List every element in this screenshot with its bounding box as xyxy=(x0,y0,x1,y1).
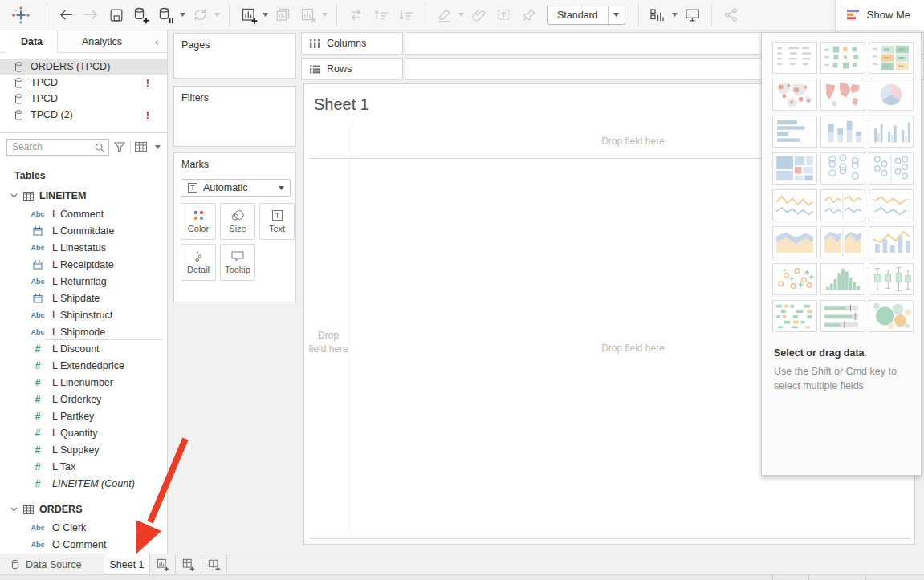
chart-type-treemap[interactable] xyxy=(772,152,817,185)
field-item[interactable]: AbcL Linestatus xyxy=(0,239,167,256)
field-item[interactable]: #L Linenumber xyxy=(0,374,167,391)
search-input[interactable] xyxy=(7,141,91,152)
redo-button[interactable] xyxy=(80,4,102,26)
chart-type-horizontal-bars[interactable] xyxy=(772,116,817,148)
new-datasource-button[interactable] xyxy=(130,4,152,26)
chart-type-bullet-graph[interactable] xyxy=(820,300,865,332)
field-item[interactable]: #LINEITEM (Count) xyxy=(0,475,167,492)
presentation-mode-button[interactable] xyxy=(682,4,703,26)
show-cards-caret[interactable] xyxy=(670,4,679,26)
field-item[interactable]: AbcL Shipmode xyxy=(0,323,167,340)
clear-sheet-button[interactable] xyxy=(297,4,319,26)
new-worksheet-tab-button[interactable] xyxy=(150,554,176,574)
number-field-icon: # xyxy=(29,428,47,439)
drop-zone-rows[interactable]: Drop field here xyxy=(308,329,348,356)
clear-sheet-caret[interactable] xyxy=(320,4,329,26)
chart-type-pie-chart[interactable] xyxy=(869,79,914,111)
new-story-button[interactable] xyxy=(201,554,227,574)
field-item[interactable]: #L Orderkey xyxy=(0,391,167,408)
field-item[interactable]: AbcO Clerk xyxy=(0,519,167,536)
mark-type-select[interactable]: Automatic xyxy=(181,179,291,197)
field-item[interactable]: L Commitdate xyxy=(0,222,167,239)
field-item[interactable]: #L Suppkey xyxy=(0,441,167,458)
chart-type-stacked-bars[interactable] xyxy=(820,116,865,148)
filters-shelf[interactable]: Filters xyxy=(173,86,296,147)
new-dashboard-button[interactable] xyxy=(176,554,201,574)
save-button[interactable] xyxy=(105,4,127,26)
pages-shelf[interactable]: Pages xyxy=(173,33,296,79)
chart-type-symbol-map[interactable] xyxy=(772,79,817,111)
detail-button[interactable]: Detail xyxy=(181,244,216,281)
sort-descending-button[interactable] xyxy=(395,4,417,26)
new-worksheet-button[interactable] xyxy=(238,4,259,26)
field-item[interactable]: AbcL Comment xyxy=(0,205,167,222)
tab-sheet1[interactable]: Sheet 1 xyxy=(104,554,150,574)
collapse-pane-button[interactable]: ‹ xyxy=(146,30,167,53)
show-me-button[interactable]: Show Me xyxy=(835,0,924,30)
duplicate-button[interactable] xyxy=(272,4,294,26)
datasource-item[interactable]: ORDERS (TPCD) xyxy=(0,59,167,75)
field-item[interactable]: #L Discount xyxy=(0,340,167,357)
field-item[interactable]: L Shipdate xyxy=(0,290,167,306)
refresh-caret[interactable] xyxy=(213,4,222,26)
chart-type-circle-views[interactable] xyxy=(820,152,865,185)
datasource-item[interactable]: TPCD xyxy=(0,91,167,107)
tableau-logo-icon xyxy=(6,6,35,25)
chart-type-continuous-lines[interactable] xyxy=(772,189,817,221)
chart-type-side-by-side-circles[interactable] xyxy=(869,152,914,185)
show-cards-button[interactable] xyxy=(647,4,669,26)
tooltip-button[interactable]: Tooltip xyxy=(220,244,255,281)
tab-analytics[interactable]: Analytics xyxy=(58,30,146,53)
chart-type-heat-map[interactable] xyxy=(820,42,865,74)
color-button[interactable]: Color xyxy=(181,203,216,240)
field-item[interactable]: L Receiptdate xyxy=(0,256,167,273)
pause-updates-button[interactable] xyxy=(155,4,177,26)
pause-updates-caret[interactable] xyxy=(178,4,187,26)
field-item[interactable]: #L Partkey xyxy=(0,408,167,424)
chart-type-gantt[interactable] xyxy=(772,300,817,332)
chart-type-dual-lines[interactable] xyxy=(869,189,914,221)
chart-type-side-by-side-bars[interactable] xyxy=(869,116,914,148)
chart-type-packed-bubbles[interactable] xyxy=(869,300,914,332)
chart-type-discrete-area[interactable] xyxy=(820,226,865,258)
text-button[interactable]: Text xyxy=(259,203,295,240)
chart-type-continuous-area[interactable] xyxy=(772,226,817,258)
new-worksheet-caret[interactable] xyxy=(261,4,270,26)
view-as-caret-icon[interactable] xyxy=(151,139,164,155)
view-as-icon[interactable] xyxy=(135,139,148,155)
table-group-header[interactable]: LINEITEM xyxy=(0,186,167,205)
group-members-button[interactable] xyxy=(468,4,490,26)
size-button[interactable]: Size xyxy=(220,203,255,240)
undo-button[interactable] xyxy=(55,4,77,26)
chart-type-scatter-plot[interactable] xyxy=(772,263,817,295)
chart-type-histogram[interactable] xyxy=(820,263,865,295)
field-item[interactable]: AbcO Comment xyxy=(0,536,167,553)
refresh-button[interactable] xyxy=(189,4,211,26)
field-item[interactable]: AbcL Returnflag xyxy=(0,273,167,290)
field-item[interactable]: AbcL Shipinstruct xyxy=(0,306,167,323)
chart-type-highlight-table[interactable] xyxy=(869,42,914,74)
swap-axes-button[interactable] xyxy=(345,4,367,26)
share-button[interactable] xyxy=(720,4,742,26)
tab-data[interactable]: Data xyxy=(6,30,58,53)
fit-selector-caret[interactable] xyxy=(608,6,625,24)
sort-ascending-button[interactable] xyxy=(370,4,392,26)
field-item[interactable]: #L Quantity xyxy=(0,424,167,441)
chart-type-box-and-whisker[interactable] xyxy=(869,263,914,295)
filter-fields-icon[interactable] xyxy=(113,139,126,155)
highlight-button[interactable] xyxy=(434,4,455,26)
datasource-item[interactable]: TPCD! xyxy=(0,75,167,91)
field-item[interactable]: #L Tax xyxy=(0,458,167,475)
highlight-caret[interactable] xyxy=(457,4,466,26)
fit-selector[interactable]: Standard xyxy=(547,6,625,25)
datasource-item[interactable]: TPCD (2)! xyxy=(0,107,167,123)
chart-type-filled-map[interactable] xyxy=(820,79,865,111)
chart-type-dual-combination[interactable] xyxy=(869,226,914,258)
chart-type-text-table[interactable] xyxy=(772,42,817,74)
chart-type-discrete-lines[interactable] xyxy=(820,189,865,221)
fix-axes-button[interactable] xyxy=(518,4,539,26)
text-label-button[interactable] xyxy=(493,4,515,26)
table-group-header[interactable]: ORDERS xyxy=(0,500,167,519)
tab-data-source[interactable]: Data Source xyxy=(0,554,104,574)
field-item[interactable]: #L Extendedprice xyxy=(0,357,167,374)
